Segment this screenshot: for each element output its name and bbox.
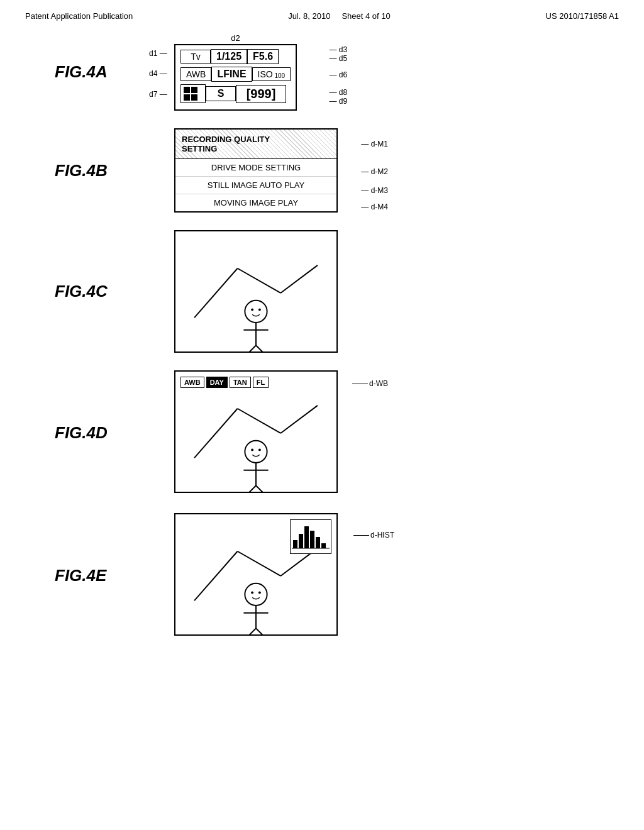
svg-line-28 xyxy=(238,551,281,576)
svg-line-10 xyxy=(194,409,238,458)
fig4c-section: FIG.4C xyxy=(55,230,589,353)
svg-line-11 xyxy=(238,409,281,433)
d3-label: — d3 xyxy=(330,45,348,54)
svg-point-30 xyxy=(245,584,267,606)
menu-box: RECORDING QUALITYSETTING DRIVE MODE SETT… xyxy=(174,128,338,213)
svg-rect-21 xyxy=(299,534,303,548)
header-date: Jul. 8, 2010 xyxy=(288,11,330,21)
menu-item-drive[interactable]: DRIVE MODE SETTING xyxy=(175,159,336,177)
svg-line-1 xyxy=(238,268,281,293)
wb-day[interactable]: DAY xyxy=(206,377,228,388)
dhist-label: d-HIST xyxy=(353,531,394,540)
d2-label: d2 xyxy=(174,33,297,43)
svg-point-15 xyxy=(258,448,261,451)
fig4e-scene xyxy=(174,513,338,636)
svg-point-32 xyxy=(258,591,261,594)
d8-label: — d8 xyxy=(330,88,348,97)
vf-shutter: 1/125 xyxy=(211,49,247,64)
svg-line-27 xyxy=(194,551,238,600)
fig4e-container: d-HIST xyxy=(174,513,338,638)
dm3-label: — d-M3 xyxy=(361,186,388,195)
wb-bar: AWB DAY TAN FL xyxy=(180,377,269,388)
histogram xyxy=(290,519,331,554)
fig4a-section: FIG.4A d2 d1 — d4 — d7 — xyxy=(55,33,589,111)
d9-label: — d9 xyxy=(330,97,348,106)
dwb-label: d-WB xyxy=(352,379,388,388)
dm1-label: — d-M1 xyxy=(361,140,388,148)
svg-line-18 xyxy=(247,485,256,492)
wb-fl[interactable]: FL xyxy=(253,377,269,388)
header-center: Jul. 8, 2010 Sheet 4 of 10 xyxy=(288,11,391,21)
menu-item-moving[interactable]: MOVING IMAGE PLAY xyxy=(175,194,336,211)
fig4a-label: FIG.4A xyxy=(55,62,136,82)
vf-tv: Tv xyxy=(180,50,211,64)
fig4d-label: FIG.4D xyxy=(55,423,136,443)
d6-label: — d6 xyxy=(330,70,348,79)
vf-iso: ISO 100 xyxy=(252,67,291,81)
menu-item-autoplay[interactable]: STILL IMAGE AUTO PLAY xyxy=(175,177,336,194)
d1-label: d1 — xyxy=(149,49,167,58)
vf-row1: Tv 1/125 F5.6 xyxy=(180,49,291,64)
fig4b-container: RECORDING QUALITYSETTING DRIVE MODE SETT… xyxy=(174,128,338,213)
fig4d-scene: AWB DAY TAN FL xyxy=(174,370,338,493)
fig4e-section: FIG.4E xyxy=(55,513,589,638)
dm2-label: — d-M2 xyxy=(361,167,388,176)
menu-item-recording[interactable]: RECORDING QUALITYSETTING xyxy=(175,130,336,159)
wb-tan[interactable]: TAN xyxy=(230,377,251,388)
svg-line-9 xyxy=(256,345,265,351)
fig4a-container: d2 d1 — d4 — d7 — Tv xyxy=(174,33,297,111)
svg-point-5 xyxy=(258,308,261,311)
svg-line-12 xyxy=(280,406,318,433)
main-content: FIG.4A d2 d1 — d4 — d7 — xyxy=(0,27,644,657)
d5-label: — d5 xyxy=(330,54,348,63)
svg-rect-23 xyxy=(310,531,314,548)
vf-row3: S [999] xyxy=(180,84,291,103)
header-left: Patent Application Publication xyxy=(25,11,133,21)
viewfinder: Tv 1/125 F5.6 AWB LFINE ISO 100 xyxy=(174,44,297,111)
vf-s: S xyxy=(206,86,236,101)
svg-point-31 xyxy=(251,591,253,594)
vf-lfine: LFINE xyxy=(211,67,252,82)
patent-header: Patent Application Publication Jul. 8, 2… xyxy=(0,0,644,27)
fig4d-section: FIG.4D AWB DAY TAN FL xyxy=(55,370,589,495)
vf-awb: AWB xyxy=(180,67,211,81)
svg-line-35 xyxy=(247,628,256,634)
svg-point-14 xyxy=(251,448,253,451)
svg-rect-25 xyxy=(321,543,326,548)
fig4b-section: FIG.4B RECORDING QUALITYSETTING DRIVE MO… xyxy=(55,128,589,213)
fig4c-scene xyxy=(174,230,338,353)
d7-label: d7 — xyxy=(149,90,167,99)
fig4c-container xyxy=(174,230,338,353)
svg-point-3 xyxy=(245,301,267,323)
svg-point-13 xyxy=(245,441,267,463)
vf-aperture: F5.6 xyxy=(247,49,279,64)
fig4d-container: AWB DAY TAN FL xyxy=(174,370,338,495)
svg-rect-24 xyxy=(316,537,320,548)
header-right: US 2010/171858 A1 xyxy=(546,11,619,21)
d4-label: d4 — xyxy=(149,69,167,78)
fig4b-label: FIG.4B xyxy=(55,161,136,180)
svg-line-19 xyxy=(256,485,265,492)
svg-point-4 xyxy=(251,308,253,311)
svg-line-0 xyxy=(194,268,238,318)
svg-rect-20 xyxy=(293,540,297,548)
svg-line-2 xyxy=(280,265,318,293)
header-sheet: Sheet 4 of 10 xyxy=(341,11,390,21)
svg-rect-22 xyxy=(304,526,309,548)
vf-drive-icon xyxy=(180,84,206,103)
svg-line-8 xyxy=(247,345,256,351)
wb-awb[interactable]: AWB xyxy=(180,377,204,388)
fig4e-label: FIG.4E xyxy=(55,566,136,585)
fig4c-label: FIG.4C xyxy=(55,282,136,301)
dm4-label: — d-M4 xyxy=(361,202,388,211)
vf-row2: AWB LFINE ISO 100 xyxy=(180,67,291,82)
vf-frames: [999] xyxy=(236,85,286,103)
svg-line-36 xyxy=(256,628,265,634)
